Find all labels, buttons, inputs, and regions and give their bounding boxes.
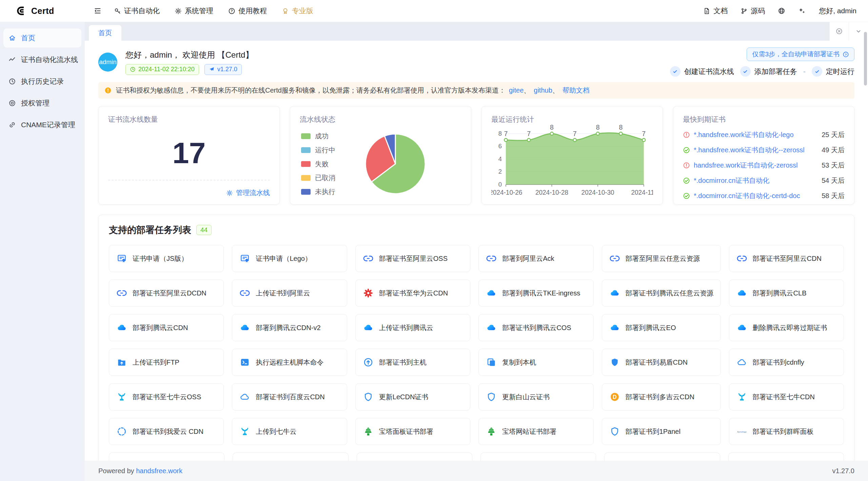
nav-item-1[interactable]: 证书自动化: [106, 0, 167, 22]
menu-fold-icon[interactable]: [94, 7, 102, 15]
task-card[interactable]: 上传证书到阿里云: [232, 280, 347, 307]
nav-link-2[interactable]: 源码: [734, 6, 771, 16]
task-card[interactable]: 部署到腾讯云EO: [602, 314, 721, 341]
legend-item-4[interactable]: 已取消: [301, 173, 335, 182]
legend-item-3[interactable]: 失败: [301, 159, 335, 169]
task-card[interactable]: 复制到本机: [478, 349, 593, 376]
nav-link-1[interactable]: 文档: [697, 6, 734, 16]
task-card[interactable]: 证书申请（Lego）: [232, 245, 347, 272]
task-card[interactable]: 部署证书到我爱云 CDN: [109, 418, 224, 445]
shield-icon: [486, 392, 497, 402]
welcome-info: 您好，admin， 欢迎使用 【Certd】 2024-11-02 22:10:…: [125, 50, 253, 75]
task-card[interactable]: 宝塔面板证书部署: [355, 418, 470, 445]
task-card[interactable]: 部署证书到1Panel: [602, 418, 721, 445]
sidebar-item-2[interactable]: 证书自动化流水线: [3, 50, 81, 69]
tencent-cloud-icon: [239, 323, 251, 333]
tab-home[interactable]: 首页: [89, 25, 121, 41]
task-card[interactable]: 上传证书到FTP: [109, 349, 224, 376]
nav-item-2[interactable]: 系统管理: [167, 0, 221, 22]
footer-handsfree-link[interactable]: handsfree.work: [136, 467, 182, 475]
brand[interactable]: Certd: [0, 5, 85, 17]
baota-icon: [362, 426, 374, 437]
avatar[interactable]: admin: [98, 53, 117, 72]
cert-name-link[interactable]: *.handsfree.work证书自动化-lego: [694, 130, 814, 139]
cert-name-link[interactable]: *.handsfree.work证书自动化--zerossl: [694, 146, 814, 155]
task-card[interactable]: 部署证书至七牛云OSS: [109, 383, 224, 410]
task-card-partial: [233, 453, 348, 461]
svg-text:8: 8: [619, 125, 623, 131]
footer: Powered by handsfree.work v1.27.0: [85, 461, 868, 481]
task-card[interactable]: 部署证书到百度云CDN: [232, 383, 347, 410]
language-globe-icon[interactable]: [771, 7, 792, 15]
tasks-count-badge: 44: [196, 225, 212, 235]
cert-name-link[interactable]: *.docmirror.cn证书自动化-certd-doc: [694, 191, 814, 200]
task-card[interactable]: 部署证书到腾讯云任意云资源: [602, 280, 721, 307]
task-label: 部署证书至华为云CDN: [379, 289, 448, 298]
task-card[interactable]: 部署证书到cdnfly: [729, 349, 844, 376]
nav-item-3[interactable]: ?使用教程: [221, 0, 274, 22]
task-card[interactable]: 执行远程主机脚本命令: [232, 349, 347, 376]
task-label: 部署到腾讯云CLB: [753, 289, 807, 298]
date-badge-text: 2024-11-02 22:10:20: [138, 66, 195, 73]
pipeline-count-value: 17: [108, 136, 270, 170]
brand-name: Certd: [31, 6, 54, 16]
task-card[interactable]: 部署到阿里云Ack: [478, 245, 593, 272]
expiring-certs-title: 最快到期证书: [683, 115, 845, 124]
task-card[interactable]: 上传证书到腾讯云: [355, 314, 470, 341]
close-tabs-button[interactable]: [829, 22, 849, 41]
task-card[interactable]: 上传到七牛云: [232, 418, 347, 445]
certificate-icon: [239, 253, 251, 264]
doc-icon: [703, 7, 710, 15]
task-card[interactable]: 部署证书至华为云CDN: [355, 280, 470, 307]
task-card[interactable]: 部署证书至阿里云DCDN: [109, 280, 224, 307]
cert-name-link[interactable]: *.docmirror.cn证书自动化: [694, 176, 814, 185]
task-card[interactable]: 部署到腾讯云CDN-v2: [232, 314, 347, 341]
task-card[interactable]: D部署证书到多吉云CDN: [602, 383, 721, 410]
version-badge[interactable]: v1.27.0: [204, 64, 242, 75]
banner-link-3[interactable]: 帮助文档: [563, 86, 590, 94]
nav-item-4[interactable]: 专业版: [274, 0, 321, 22]
task-card[interactable]: 部署证书到腾讯云COS: [478, 314, 593, 341]
task-card[interactable]: 部署到腾讯云CLB: [729, 280, 844, 307]
promo-badge[interactable]: 仅需3步，全自动申请部署证书 ?: [747, 47, 854, 61]
task-card[interactable]: 更新LeCDN证书: [355, 383, 470, 410]
manage-pipelines-link[interactable]: 管理流水线: [226, 188, 270, 197]
sidebar-item-3[interactable]: 执行历史记录: [3, 72, 81, 91]
task-card[interactable]: 部署证书到易盾CDN: [602, 349, 721, 376]
step-check-icon: [812, 66, 822, 77]
legend-swatch: [301, 161, 311, 167]
task-card[interactable]: 删除腾讯云即将过期证书: [729, 314, 844, 341]
cert-name-link[interactable]: handsfree.work证书自动化-zerossl: [694, 161, 814, 170]
recent-runs-area-chart: 024682024-10-262024-10-282024-10-302024-…: [491, 125, 653, 204]
task-card[interactable]: 部署证书至阿里云OSS: [355, 245, 470, 272]
doge-icon: D: [609, 392, 620, 402]
legend-item-5[interactable]: 未执行: [301, 187, 335, 196]
legend-item-1[interactable]: 成功: [301, 132, 335, 141]
banner-link-1[interactable]: gitee: [509, 86, 524, 94]
theme-sparkles-icon[interactable]: [792, 7, 812, 15]
sidebar-item-5[interactable]: CNAME记录管理: [3, 115, 81, 134]
task-card[interactable]: Synology部署证书到群晖面板: [729, 418, 844, 445]
dashed-circle-icon: [116, 426, 127, 437]
task-card[interactable]: 部署到腾讯云CDN: [109, 314, 224, 341]
sidebar-item-1[interactable]: 首页: [3, 28, 81, 47]
sidebar-item-4[interactable]: 授权管理: [3, 94, 81, 113]
task-card[interactable]: 部署证书至七牛CDN: [729, 383, 844, 410]
task-label: 证书申请（Lego）: [256, 254, 312, 263]
legend-item-2[interactable]: 运行中: [301, 146, 335, 155]
task-card[interactable]: 部署证书到主机: [355, 349, 470, 376]
scrollbar-thumb[interactable]: [864, 32, 867, 85]
task-card[interactable]: 部署到腾讯云TKE-ingress: [478, 280, 593, 307]
legend-label: 成功: [315, 132, 329, 141]
date-badge: 2024-11-02 22:10:20: [125, 64, 199, 75]
task-label: 部署证书至阿里云OSS: [379, 254, 448, 263]
pipeline-status-title: 流水线状态: [300, 115, 461, 124]
task-card[interactable]: 宝塔网站证书部署: [478, 418, 593, 445]
sidebar-item-label: 授权管理: [21, 98, 50, 108]
task-card[interactable]: 部署至阿里云任意云资源: [602, 245, 721, 272]
task-card[interactable]: 证书申请（JS版）: [109, 245, 224, 272]
banner-link-2[interactable]: github: [534, 86, 552, 94]
user-greeting[interactable]: 您好, admin: [812, 6, 856, 16]
task-card[interactable]: 更新白山云证书: [478, 383, 593, 410]
task-card[interactable]: 部署证书至阿里云CDN: [729, 245, 844, 272]
